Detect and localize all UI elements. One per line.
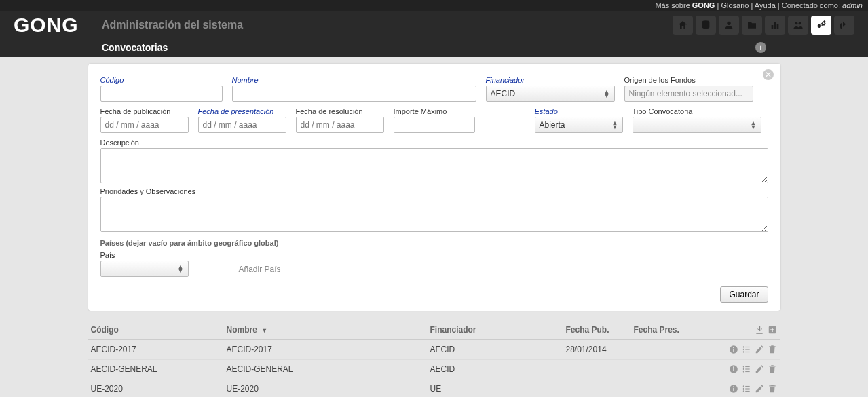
fres-input[interactable] [296,117,384,133]
row-delete-icon[interactable] [767,383,778,394]
chevron-updown-icon: ▲▼ [178,265,184,273]
importe-input[interactable] [394,117,475,133]
svg-rect-28 [733,388,734,391]
cell-codigo: AECID-GENERAL [91,364,227,374]
importe-label: Importe Máximo [394,107,475,115]
download-icon[interactable] [754,324,765,335]
sort-desc-icon: ▼ [261,327,267,334]
svg-point-11 [733,347,734,348]
nav-user[interactable] [719,16,739,35]
svg-rect-31 [745,386,749,387]
th-financiador[interactable]: Financiador [430,325,566,335]
guardar-button[interactable]: Guardar [720,286,768,303]
row-list-icon[interactable] [741,364,752,375]
origen-placeholder: Ningún elemento seleccionad... [629,89,742,98]
descripcion-label: Descripción [100,138,768,147]
table-row: UE-2020UE-2020UE [88,379,780,397]
svg-rect-24 [745,368,749,369]
add-icon[interactable] [767,324,778,335]
fpres-input[interactable] [198,117,286,133]
origen-label: Origen de los Fondos [624,76,753,84]
topbar-mas[interactable]: Más sobre [655,1,690,10]
cell-nombre: UE-2020 [227,384,430,394]
fpub-input[interactable] [100,117,189,133]
svg-point-23 [742,368,744,370]
svg-point-14 [742,349,744,350]
svg-rect-26 [745,371,749,372]
info-icon[interactable]: i [755,42,766,53]
svg-rect-4 [777,24,779,29]
close-icon[interactable]: ✕ [763,69,774,80]
topbar-ayuda[interactable]: Ayuda [755,1,776,10]
cell-nombre: AECID-2017 [227,345,430,354]
folder-icon [747,20,757,31]
row-info-icon[interactable] [728,383,739,394]
th-fpres[interactable]: Fecha Pres. [634,325,702,335]
table: Código Nombre ▼ Financiador Fecha Pub. F… [88,320,780,397]
logo[interactable]: GONG [14,14,102,37]
page-title: Administración del sistema [102,19,673,31]
descripcion-textarea[interactable] [100,148,768,183]
nav-users[interactable] [788,16,808,35]
origen-select[interactable]: Ningún elemento seleccionad... [624,86,753,102]
th-nombre[interactable]: Nombre ▼ [227,325,430,335]
nombre-label: Nombre [232,76,476,84]
nav-exit[interactable] [834,16,854,35]
financiador-select[interactable]: AECID ▲▼ [486,86,615,102]
table-row: AECID-2017AECID-2017AECID28/01/2014 [88,340,780,360]
row-list-icon[interactable] [741,383,752,394]
cell-financiador: AECID [430,345,566,354]
row-delete-icon[interactable] [767,364,778,375]
topbar-glosario[interactable]: Glosario [721,1,749,10]
paises-section-title: Países (dejar vacío para ámbito geográfi… [100,239,768,247]
nav-folder[interactable] [742,16,762,35]
row-edit-icon[interactable] [754,383,765,394]
svg-rect-13 [745,347,749,347]
row-delete-icon[interactable] [767,344,778,355]
row-edit-icon[interactable] [754,344,765,355]
svg-point-34 [742,390,744,392]
nav-icons [673,16,854,35]
svg-point-12 [742,346,744,347]
topbar-conectado: Conectado como: [782,1,840,10]
user-icon [723,20,734,31]
svg-rect-15 [745,349,749,349]
nombre-input[interactable] [232,86,476,102]
row-edit-icon[interactable] [754,364,765,375]
estado-select[interactable]: Abierta ▲▼ [535,117,623,133]
cell-nombre: AECID-GENERAL [227,364,430,374]
topbar-brand[interactable]: GONG [692,1,715,10]
table-header: Código Nombre ▼ Financiador Fecha Pub. F… [88,320,780,340]
estado-value: Abierta [540,120,565,130]
nav-chart[interactable] [765,16,785,35]
cell-financiador: AECID [430,364,566,374]
th-codigo[interactable]: Código [91,325,227,335]
th-fpub[interactable]: Fecha Pub. [566,325,634,335]
anadir-pais-link[interactable]: Añadir País [239,265,281,277]
nav-database[interactable] [696,16,716,35]
pais-select[interactable]: ▲▼ [100,261,189,277]
nav-home[interactable] [673,16,693,35]
fres-label: Fecha de resolución [296,107,384,115]
estado-label: Estado [535,107,623,115]
svg-point-29 [733,386,734,387]
tipo-select[interactable]: ▲▼ [633,117,761,133]
cell-financiador: UE [430,384,566,394]
prioridades-label: Prioridades y Observaciones [100,187,768,195]
chart-icon [770,20,780,31]
svg-point-21 [742,366,744,367]
svg-point-5 [795,22,797,24]
fpub-label: Fecha de publicación [100,107,189,115]
row-info-icon[interactable] [728,344,739,355]
svg-rect-10 [733,349,734,352]
svg-rect-22 [745,366,749,367]
svg-point-25 [742,371,744,372]
svg-rect-3 [774,22,776,29]
prioridades-textarea[interactable] [100,197,768,232]
codigo-input[interactable] [100,86,223,102]
svg-rect-19 [733,368,734,371]
row-info-icon[interactable] [728,364,739,375]
row-list-icon[interactable] [741,344,752,355]
financiador-value: AECID [491,89,516,98]
nav-key[interactable] [811,16,831,35]
